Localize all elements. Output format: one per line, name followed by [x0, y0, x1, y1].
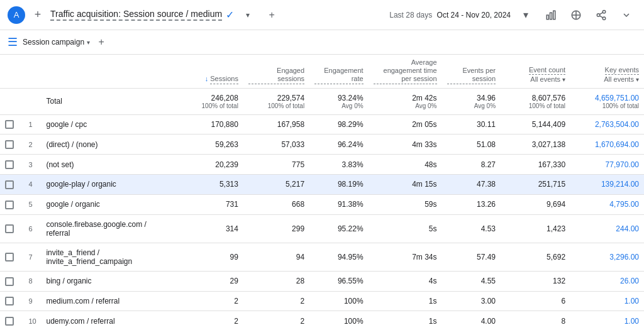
checkbox[interactable]	[5, 201, 14, 209]
row-avg-engagement: 48s	[369, 155, 442, 175]
checkbox[interactable]	[5, 317, 14, 326]
chart-type-button[interactable]	[541, 5, 561, 25]
avg-engagement-header[interactable]: Average engagement time per session	[369, 55, 442, 88]
row-engagement-rate: 96.55%	[309, 271, 369, 291]
new-tab-button[interactable]: +	[30, 8, 45, 23]
key-events-dropdown: ▾	[636, 76, 639, 83]
row-key-events: 77,970.00	[570, 155, 644, 175]
total-checkbox-cell	[0, 88, 23, 114]
table-header-row: ↓ Sessions Engaged sessions Engagement r…	[0, 55, 644, 88]
table-row: 2 (direct) / (none) 59,263 57,033 96.24%…	[0, 135, 644, 155]
table-row: 6 console.firebase.google.com / referral…	[0, 214, 644, 243]
menu-icon[interactable]: ☰	[8, 35, 18, 49]
row-sessions: 314	[177, 214, 243, 243]
more-button[interactable]	[616, 5, 636, 25]
total-engaged-sessions: 229,574100% of total	[243, 88, 309, 114]
page-title: Traffic acquisition: Session source / me…	[50, 9, 222, 21]
row-events-per-session: 51.08	[442, 135, 501, 155]
row-checkbox-cell[interactable]	[0, 243, 23, 271]
row-checkbox-cell[interactable]	[0, 175, 23, 195]
topbar: A + Traffic acquisition: Session source …	[0, 0, 644, 30]
row-avg-engagement: 59s	[369, 194, 442, 214]
row-key-events: 26.00	[570, 271, 644, 291]
row-avg-engagement: 1s	[369, 291, 442, 311]
checkbox[interactable]	[5, 224, 14, 233]
key-events-sub[interactable]: All events ▾	[604, 75, 639, 83]
row-key-events: 1.00	[570, 311, 644, 330]
checkbox[interactable]	[5, 253, 14, 261]
controls-row: ☰ Session campaign ▾ +	[0, 30, 644, 55]
row-checkbox-cell[interactable]	[0, 214, 23, 243]
engaged-sessions-header[interactable]: Engaged sessions	[243, 55, 309, 88]
engagement-rate-header[interactable]: Engagement rate	[309, 55, 369, 88]
events-per-session-header[interactable]: Events per session	[442, 55, 501, 88]
row-engaged-sessions: 28	[243, 271, 309, 291]
checkbox[interactable]	[5, 297, 14, 305]
row-engagement-rate: 94.95%	[309, 243, 369, 271]
checkbox[interactable]	[5, 277, 14, 286]
avatar[interactable]: A	[8, 6, 25, 24]
row-engaged-sessions: 57,033	[243, 135, 309, 155]
row-engagement-rate: 100%	[309, 291, 369, 311]
row-key-events: 2,763,504.00	[570, 114, 644, 135]
row-rank: 8	[23, 271, 41, 291]
checkbox[interactable]	[5, 140, 14, 149]
row-avg-engagement: 7m 34s	[369, 243, 442, 271]
row-name: google / organic	[41, 194, 177, 214]
dimension-selector[interactable]: Session campaign ▾	[23, 38, 90, 47]
row-engaged-sessions: 775	[243, 155, 309, 175]
sessions-header[interactable]: ↓ Sessions	[177, 55, 243, 88]
row-sessions: 29	[177, 271, 243, 291]
total-row: Total 246,208100% of total 229,574100% o…	[0, 88, 644, 114]
svg-line-7	[599, 16, 602, 18]
checkbox-header	[0, 55, 23, 88]
row-avg-engagement: 4m 15s	[369, 175, 442, 195]
add-comparison-button[interactable]: +	[262, 5, 282, 25]
row-key-events: 1,670,694.00	[570, 135, 644, 155]
share-button[interactable]	[591, 5, 611, 25]
row-engaged-sessions: 668	[243, 194, 309, 214]
row-checkbox-cell[interactable]	[0, 135, 23, 155]
svg-line-8	[599, 12, 602, 14]
checkbox[interactable]	[5, 160, 14, 169]
row-checkbox-cell[interactable]	[0, 155, 23, 175]
row-event-count: 3,027,138	[501, 135, 570, 155]
checkbox[interactable]	[5, 180, 14, 189]
row-rank: 3	[23, 155, 41, 175]
row-checkbox-cell[interactable]	[0, 291, 23, 311]
dimension-dropdown-arrow: ▾	[87, 39, 90, 46]
row-events-per-session: 3.00	[442, 291, 501, 311]
dropdown-button[interactable]: ▾	[238, 5, 258, 25]
row-name: console.firebase.google.com / referral	[41, 214, 177, 243]
row-checkbox-cell[interactable]	[0, 271, 23, 291]
row-checkbox-cell[interactable]	[0, 311, 23, 330]
row-rank: 9	[23, 291, 41, 311]
event-count-header[interactable]: Event count All events ▾	[501, 55, 570, 88]
checkbox[interactable]	[5, 120, 14, 129]
row-sessions: 731	[177, 194, 243, 214]
row-key-events: 3,296.00	[570, 243, 644, 271]
key-events-header[interactable]: Key events All events ▾	[570, 55, 644, 88]
total-events-per-session: 34.96Avg 0%	[442, 88, 501, 114]
row-engagement-rate: 95.22%	[309, 214, 369, 243]
row-sessions: 99	[177, 243, 243, 271]
row-name: (direct) / (none)	[41, 135, 177, 155]
total-sessions: 246,208100% of total	[177, 88, 243, 114]
row-events-per-session: 4.00	[442, 311, 501, 330]
row-checkbox-cell[interactable]	[0, 194, 23, 214]
row-events-per-session: 47.38	[442, 175, 501, 195]
row-sessions: 2	[177, 311, 243, 330]
calendar-button[interactable]: ▾	[516, 5, 536, 25]
page-title-area: Traffic acquisition: Session source / me…	[50, 5, 384, 25]
event-count-sub[interactable]: All events ▾	[530, 75, 565, 83]
total-event-count: 8,607,576100% of total	[501, 88, 570, 114]
name-header	[41, 55, 177, 88]
row-key-events: 4,795.00	[570, 194, 644, 214]
row-avg-engagement: 5s	[369, 214, 442, 243]
add-dimension-button[interactable]: +	[95, 36, 108, 48]
table-row: 5 google / organic 731 668 91.38% 59s 13…	[0, 194, 644, 214]
row-avg-engagement: 1s	[369, 311, 442, 330]
row-checkbox-cell[interactable]	[0, 114, 23, 135]
row-avg-engagement: 4s	[369, 271, 442, 291]
compare-button[interactable]	[566, 5, 586, 25]
